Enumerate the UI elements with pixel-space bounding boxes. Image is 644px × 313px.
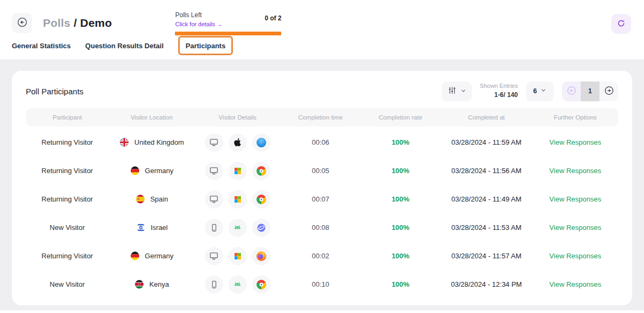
column-header-completed-at: Completed at [441,114,532,121]
flag-gb-icon [119,137,129,147]
tab-participants[interactable]: Participants [186,42,225,50]
column-header-completion-time: Completion time [281,114,361,121]
mobile-icon [205,219,223,237]
table-row: Returning Visitor Spain 00:07 100% 03/28… [26,185,618,213]
page-title: Polls / Demo [43,13,112,33]
table-row: Returning Visitor Germany 00:02 100% 03/… [26,242,618,270]
filter-button[interactable] [442,81,472,101]
view-responses-link[interactable]: View Responses [550,195,602,203]
visitor-details [195,190,281,208]
windows-icon [229,162,247,180]
completed-at: 03/28/2024 - 12:34 PM [441,280,532,288]
shown-entries-value: 1-6/ 140 [480,91,518,100]
desktop-icon [205,162,223,180]
refresh-icon [616,18,626,30]
view-responses-link[interactable]: View Responses [550,252,602,260]
completed-at: 03/28/2024 - 11:56 AM [441,167,532,175]
visitor-location: Kenya [109,279,195,289]
tab-participants-highlight: Participants [178,36,233,55]
completion-rate: 100% [361,280,441,288]
previous-page-button[interactable] [562,81,581,101]
view-responses-link[interactable]: View Responses [550,138,602,146]
country-name: Germany [145,252,173,260]
column-header-completion-rate: Completion rate [361,114,441,121]
participant-type: Returning Visitor [26,138,109,146]
chrome-icon [252,162,270,180]
participant-type: New Visitor [26,280,109,288]
desktop-icon [205,190,223,208]
table-body: Returning Visitor United Kingdom 00:06 1… [26,128,618,299]
country-name: Israel [151,223,168,232]
back-button[interactable] [12,13,32,33]
firefox-icon [252,247,270,265]
chrome-icon [252,190,270,208]
visitor-location: Germany [109,251,195,261]
desktop-icon [205,133,223,152]
participant-type: Returning Visitor [26,252,109,260]
windows-icon [229,190,247,208]
further-options: View Responses [532,280,618,288]
chevron-down-icon [460,87,466,95]
completion-rate: 100% [361,223,441,232]
breadcrumb-section: Polls [43,17,70,29]
sliders-icon [448,86,457,96]
visitor-location: Germany [109,166,195,176]
flag-de-icon [130,166,140,176]
participant-type: Returning Visitor [26,167,109,175]
visitor-details [195,247,281,265]
completed-at: 03/28/2024 - 11:49 AM [441,195,532,203]
next-page-button[interactable] [599,81,618,101]
tab-question-results-detail[interactable]: Question Results Detail [85,42,164,50]
tab-general-statistics[interactable]: General Statistics [12,42,71,50]
arrow-left-circle-icon [17,17,28,29]
further-options: View Responses [532,167,618,175]
polls-left-details-link[interactable]: Click for details → [175,21,223,27]
completion-time: 00:05 [281,167,361,175]
completion-time: 00:07 [281,195,361,203]
table-row: Returning Visitor Germany 00:05 100% 03/… [26,156,618,185]
country-name: Kenya [149,280,169,288]
bottom-strip [0,310,644,313]
polls-left-count: 0 of 2 [265,14,281,22]
flag-de-icon [130,251,140,261]
refresh-button[interactable] [611,14,631,34]
polls-left-progressbar [175,32,281,35]
shown-entries: Shown Entries 1-6/ 140 [480,82,518,100]
tab-bar: General Statistics Question Results Deta… [0,34,644,59]
page-header: Polls / Demo Polls Left Click for detail… [0,0,644,60]
further-options: View Responses [532,223,618,232]
completed-at: 03/28/2024 - 11:57 AM [441,252,532,260]
completion-time: 00:02 [281,252,361,260]
table-row: Returning Visitor United Kingdom 00:06 1… [26,128,618,156]
visitor-details [195,162,281,180]
apple-icon [229,133,247,152]
table-row: New Visitor Israel 00:08 100% 03/28/2024… [26,213,618,242]
visitor-location: Spain [109,194,195,204]
samsung-icon [252,219,270,237]
android-icon [229,219,247,237]
page-size-value: 6 [533,87,537,95]
flag-ke-icon [134,279,144,289]
visitor-details [195,133,281,152]
view-responses-link[interactable]: View Responses [550,167,602,175]
polls-left-widget: Polls Left Click for details → 0 of 2 [175,11,281,35]
page-size-select[interactable]: 6 [526,81,554,101]
view-responses-link[interactable]: View Responses [550,223,602,232]
visitor-location: United Kingdom [109,137,195,147]
mobile-icon [205,275,223,294]
main-content: Poll Participants Shown Entries 1-6/ 140… [0,60,644,305]
table-header-row: ParticipantVisitor LocationVisitor Detai… [26,108,618,126]
column-header-visitor-details: Visitor Details [195,114,281,121]
further-options: View Responses [532,252,618,260]
arrow-right-circle-icon [604,85,614,98]
current-page-indicator[interactable]: 1 [581,81,599,101]
poll-participants-card: Poll Participants Shown Entries 1-6/ 140… [12,71,632,305]
view-responses-link[interactable]: View Responses [550,280,602,288]
card-title: Poll Participants [26,87,84,96]
table-controls: Shown Entries 1-6/ 140 6 1 [442,81,618,101]
visitor-location: Israel [109,222,195,233]
shown-entries-label: Shown Entries [480,82,518,91]
column-header-visitor-location: Visitor Location [109,114,195,121]
arrow-left-circle-icon [566,85,577,98]
completed-at: 03/28/2024 - 11:53 AM [441,223,532,232]
